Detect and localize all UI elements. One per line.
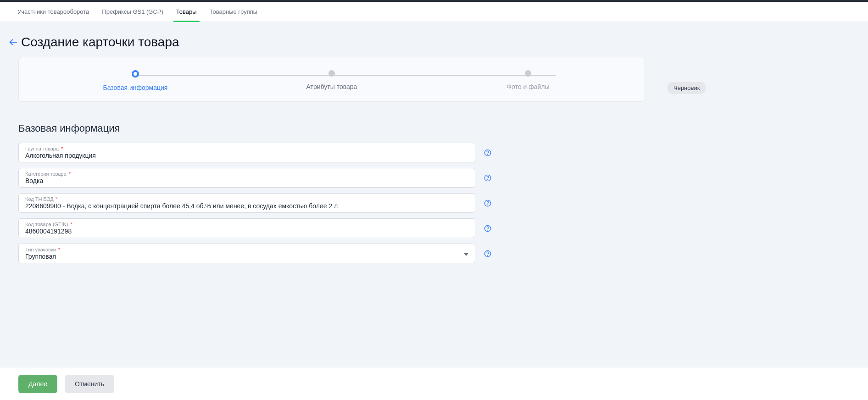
svg-point-2 [488,154,488,155]
field-label: Код ТН ВЭД * [25,196,468,202]
field-label: Тип упаковки * [25,247,468,252]
package-type-select[interactable]: Тип упаковки * Групповая [18,244,475,263]
field-label: Категория товара * [25,171,468,177]
section-title-basic-info: Базовая информация [18,122,862,134]
nav-tab-product-groups[interactable]: Товарные группы [203,2,264,22]
field-value: Водка [25,177,468,184]
help-icon[interactable] [484,174,492,182]
field-label: Группа товара * [25,146,468,151]
page-title: Создание карточки товара [21,35,179,50]
tnved-code-field[interactable]: Код ТН ВЭД * 2208609900 - Водка, с конце… [18,193,475,213]
product-group-field[interactable]: Группа товара * Алкогольная продукция [18,143,475,162]
next-button[interactable]: Далее [18,375,57,393]
step-label: Фото и файлы [506,83,549,90]
step-label: Атрибуты товара [306,83,357,90]
svg-point-8 [488,230,488,230]
nav-tab-gs1-prefixes[interactable]: Префиксы GS1 (GCP) [95,2,170,22]
step-dot-icon [328,70,335,77]
svg-point-4 [488,179,488,180]
help-icon[interactable] [484,250,492,258]
stepper-step-files: Фото и файлы [430,70,626,91]
back-arrow-icon[interactable] [8,37,18,47]
svg-point-6 [488,205,488,205]
field-label: Код товара (GTIN) * [25,222,468,227]
nav-tab-participants[interactable]: Участники товарооборота [11,2,95,22]
cancel-button[interactable]: Отменить [65,375,114,393]
step-dot-icon [132,70,139,78]
field-value: Групповая [25,252,468,260]
stepper-step-basic-info[interactable]: Базовая информация [37,70,234,91]
field-value: 4860004191298 [25,227,468,235]
chevron-down-icon [464,250,468,258]
field-value: Алкогольная продукция [25,151,468,159]
stepper-step-attributes[interactable]: Атрибуты товара [234,70,430,91]
svg-point-10 [488,255,488,256]
step-label: Базовая информация [103,84,168,91]
step-dot-icon [525,70,531,77]
product-category-field[interactable]: Категория товара * Водка [18,168,475,188]
help-icon[interactable] [484,149,492,157]
top-nav: Участники товарооборота Префиксы GS1 (GC… [0,2,868,22]
field-value: 2208609900 - Водка, с концентрацией спир… [25,202,468,210]
nav-tab-products[interactable]: Товары [170,2,203,22]
help-icon[interactable] [484,224,492,233]
stepper-card: Базовая информация Атрибуты товара Фото … [18,57,645,102]
help-icon[interactable] [484,199,492,207]
footer-bar: Далее Отменить [0,367,868,400]
status-badge: Черновик [667,82,706,94]
gtin-field[interactable]: Код товара (GTIN) * 4860004191298 [18,218,475,238]
